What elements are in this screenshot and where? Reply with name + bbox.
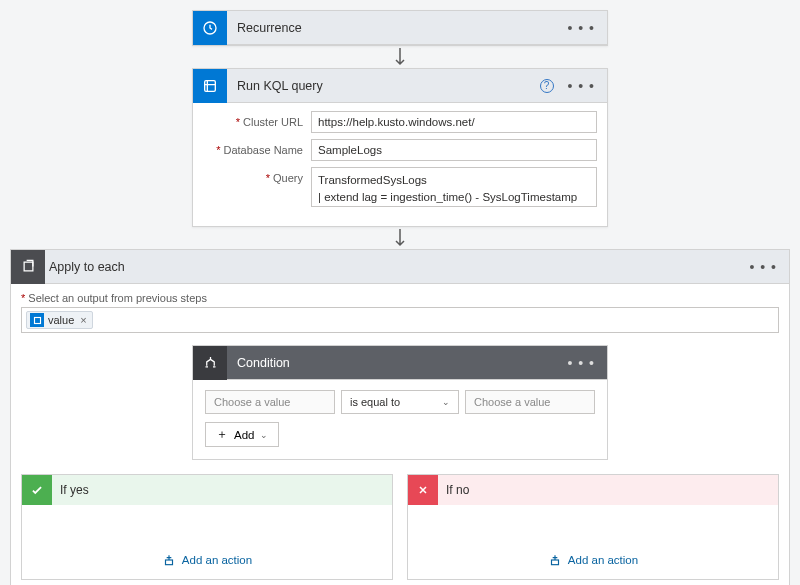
condition-icon <box>193 346 227 380</box>
apply-to-each-card: Apply to each • • • * Select an output f… <box>10 249 790 585</box>
chevron-down-icon: ⌄ <box>260 430 268 440</box>
more-icon[interactable]: • • • <box>564 356 599 370</box>
svg-rect-3 <box>34 317 40 323</box>
plus-icon: ＋ <box>216 427 228 442</box>
value-pill[interactable]: value × <box>26 311 93 329</box>
cluster-input[interactable] <box>311 111 597 133</box>
query-label: Query <box>273 172 303 184</box>
cluster-label: Cluster URL <box>243 116 303 128</box>
if-yes-label: If yes <box>52 483 89 497</box>
kql-title: Run KQL query <box>237 79 530 93</box>
close-icon <box>408 475 438 505</box>
recurrence-card[interactable]: Recurrence • • • <box>192 10 608 46</box>
help-icon[interactable]: ? <box>540 79 554 93</box>
condition-operator-select[interactable]: is equal to⌄ <box>341 390 459 414</box>
if-no-label: If no <box>438 483 469 497</box>
clock-icon <box>193 11 227 45</box>
select-output-label: Select an output from previous steps <box>28 292 207 304</box>
query-input[interactable] <box>311 167 597 207</box>
chevron-down-icon: ⌄ <box>442 397 450 407</box>
kql-card[interactable]: Run KQL query ? • • • * Cluster URL * Da… <box>192 68 608 227</box>
add-action-no[interactable]: Add an action <box>548 553 638 567</box>
if-yes-branch: If yes Add an action <box>21 474 393 580</box>
arrow-icon <box>394 227 406 249</box>
condition-title: Condition <box>237 356 554 370</box>
svg-rect-5 <box>551 560 558 565</box>
loop-icon <box>11 250 45 284</box>
arrow-icon <box>394 46 406 68</box>
svg-rect-2 <box>24 262 33 271</box>
kql-icon <box>193 69 227 103</box>
if-no-branch: If no Add an action <box>407 474 779 580</box>
more-icon[interactable]: • • • <box>564 21 599 35</box>
add-action-yes[interactable]: Add an action <box>162 553 252 567</box>
check-icon <box>22 475 52 505</box>
recurrence-title: Recurrence <box>237 21 554 35</box>
more-icon[interactable]: • • • <box>746 260 781 274</box>
more-icon[interactable]: • • • <box>564 79 599 93</box>
add-row-button[interactable]: ＋ Add ⌄ <box>205 422 279 447</box>
db-label: Database Name <box>224 144 304 156</box>
svg-rect-4 <box>165 560 172 565</box>
condition-card[interactable]: Condition • • • Choose a value is equal … <box>192 345 608 460</box>
condition-left-input[interactable]: Choose a value <box>205 390 335 414</box>
select-output-input[interactable]: value × <box>21 307 779 333</box>
db-input[interactable] <box>311 139 597 161</box>
condition-right-input[interactable]: Choose a value <box>465 390 595 414</box>
svg-rect-1 <box>205 80 216 91</box>
apply-title: Apply to each <box>45 260 746 274</box>
close-icon[interactable]: × <box>80 314 86 326</box>
